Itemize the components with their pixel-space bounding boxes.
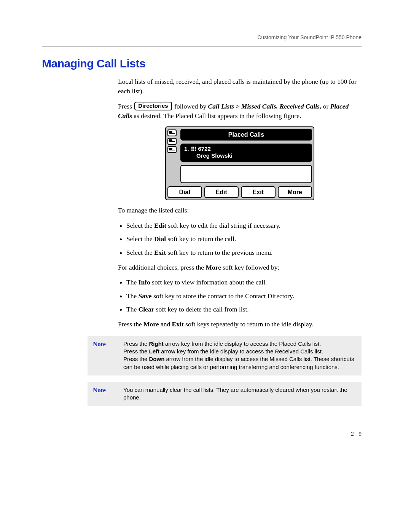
note-body: You can manually clear the call lists. T… xyxy=(123,386,356,402)
manage-list: Select the Edit soft key to edit the dia… xyxy=(118,221,362,257)
svg-rect-16 xyxy=(193,150,194,151)
dialpad-icon xyxy=(191,147,196,151)
line-key-icons xyxy=(167,129,178,184)
softkey-name: Exit xyxy=(172,320,184,328)
intro-paragraph: Local lists of missed, received, and pla… xyxy=(118,77,362,96)
softkey-name: More xyxy=(143,320,159,328)
softkey-name: Save xyxy=(139,292,152,300)
list-item: Select the Exit soft key to return to th… xyxy=(126,248,362,257)
svg-rect-1 xyxy=(169,131,172,133)
text: as desired. The Placed Call list appears… xyxy=(134,112,301,120)
softkey-name: Edit xyxy=(154,222,166,229)
call-entry-selected: 1. 6722 Greg Slowski xyxy=(180,144,312,162)
entry-index: 1. xyxy=(184,145,189,153)
svg-rect-13 xyxy=(193,149,194,150)
screen-title: Placed Calls xyxy=(180,129,312,141)
softkey-name: Exit xyxy=(154,249,166,256)
phone-screenshot: Placed Calls 1. 6722 xyxy=(165,126,314,201)
entry-number: 6722 xyxy=(198,145,211,153)
svg-rect-15 xyxy=(191,150,193,151)
list-item: The Clear soft key to delete the call fr… xyxy=(126,305,362,314)
softkey-dial: Dial xyxy=(167,186,202,198)
note-label: Note xyxy=(93,340,123,371)
softkey-name: More xyxy=(206,264,221,271)
entry-name: Greg Slowski xyxy=(184,152,308,160)
section-title: Managing Call Lists xyxy=(42,57,362,70)
phone-line-icon xyxy=(167,129,177,136)
text: followed by xyxy=(174,102,208,110)
list-item: Select the Edit soft key to edit the dia… xyxy=(126,221,362,230)
softkey-edit: Edit xyxy=(204,186,239,198)
arrow-key-name: Down xyxy=(149,356,165,362)
softkey-name: Clear xyxy=(139,305,155,313)
svg-rect-8 xyxy=(169,150,175,150)
svg-rect-5 xyxy=(169,141,175,142)
svg-rect-4 xyxy=(169,139,172,141)
svg-rect-17 xyxy=(195,150,196,151)
note-body: Press the Right arrow key from the idle … xyxy=(123,340,356,371)
text: or xyxy=(323,102,330,110)
softkey-exit: Exit xyxy=(241,186,276,198)
arrow-key-name: Right xyxy=(149,340,164,347)
list-item: Select the Dial soft key to return the c… xyxy=(126,234,362,244)
softkey-row: Dial Edit Exit More xyxy=(167,186,312,198)
running-header: Customizing Your SoundPoint IP 550 Phone xyxy=(42,34,362,40)
more-list: The Info soft key to view information ab… xyxy=(118,278,362,314)
directories-hardkey-icon: Directories xyxy=(134,102,172,110)
return-line: Press the More and Exit soft keys repeat… xyxy=(118,320,362,329)
list-item: The Info soft key to view information ab… xyxy=(126,278,362,287)
manual-page: Customizing Your SoundPoint IP 550 Phone… xyxy=(0,0,411,532)
manage-intro: To manage the listed calls: xyxy=(118,206,362,215)
body-column: Local lists of missed, received, and pla… xyxy=(118,77,362,329)
svg-rect-10 xyxy=(193,147,194,148)
svg-rect-7 xyxy=(169,148,172,150)
press-directories-paragraph: Press Directories followed by Call Lists… xyxy=(118,102,362,121)
svg-rect-12 xyxy=(191,149,193,150)
softkey-name: Info xyxy=(139,278,150,286)
note-block: Note Press the Right arrow key from the … xyxy=(88,336,362,375)
phone-line-icon xyxy=(167,146,177,153)
softkey-name: Dial xyxy=(154,235,166,243)
header-rule xyxy=(42,46,362,47)
phone-line-icon xyxy=(167,138,177,145)
text: Press xyxy=(118,102,132,110)
more-intro: For additional choices, press the More s… xyxy=(118,263,362,272)
svg-rect-2 xyxy=(169,133,175,134)
note-block: Note You can manually clear the call lis… xyxy=(88,382,362,406)
menu-path: Call Lists > Missed Calls, Received Call… xyxy=(208,102,322,110)
svg-rect-9 xyxy=(191,147,193,148)
svg-rect-14 xyxy=(195,149,196,150)
empty-list-area xyxy=(180,165,312,183)
page-number: 2 - 9 xyxy=(351,431,362,437)
list-item: The Save soft key to store the contact t… xyxy=(126,291,362,301)
svg-rect-11 xyxy=(195,147,196,148)
softkey-more: More xyxy=(278,186,312,198)
arrow-key-name: Left xyxy=(149,348,160,355)
note-label: Note xyxy=(93,386,123,402)
